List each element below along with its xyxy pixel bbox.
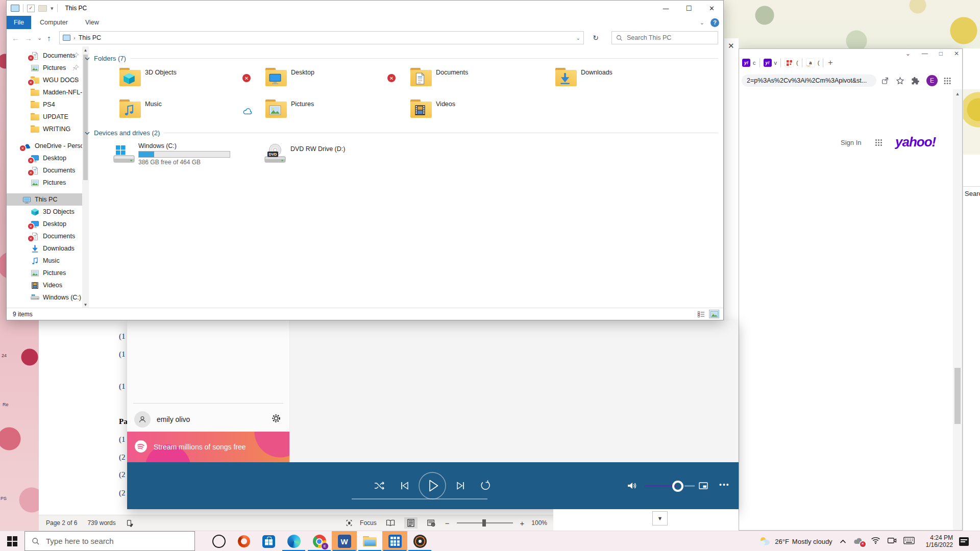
- help-button[interactable]: ?: [710, 18, 719, 27]
- miniplayer-icon[interactable]: [697, 479, 710, 492]
- next-button[interactable]: [453, 478, 469, 494]
- minimize-button[interactable]: —: [654, 1, 677, 16]
- sidebar-item-desktop[interactable]: ✕Desktop: [7, 218, 82, 230]
- action-center-icon[interactable]: [959, 537, 969, 546]
- new-folder-icon[interactable]: [38, 5, 47, 12]
- tile-documents[interactable]: Documents✕: [410, 68, 543, 94]
- browser-close-button[interactable]: ✕: [954, 50, 959, 57]
- tab-computer[interactable]: Computer: [31, 16, 77, 29]
- explorer-search-input[interactable]: Search This PC: [611, 31, 718, 44]
- previous-button[interactable]: [396, 478, 412, 494]
- sidebar-scrollbar[interactable]: ▲ ▼: [82, 46, 89, 308]
- sidebar-item-3d-objects[interactable]: 3D Objects: [7, 206, 82, 218]
- refresh-button[interactable]: ↻: [588, 31, 603, 44]
- zoom-slider[interactable]: [457, 522, 513, 523]
- tile-music[interactable]: Music: [119, 99, 252, 126]
- properties-check-icon[interactable]: ✓: [27, 5, 35, 12]
- sidebar-item-ps4[interactable]: PS4: [7, 98, 82, 111]
- focus-icon[interactable]: [346, 519, 353, 527]
- close-icon[interactable]: ✕: [728, 41, 734, 51]
- weather-condition[interactable]: Mostly cloudy: [792, 538, 832, 545]
- read-mode-button[interactable]: [384, 517, 397, 529]
- clock[interactable]: 4:24 PM 1/16/2022: [926, 534, 953, 548]
- back-button[interactable]: ←: [12, 34, 19, 42]
- web-layout-button[interactable]: [425, 517, 438, 529]
- seek-bar[interactable]: [352, 498, 487, 499]
- onedrive-error-icon[interactable]: ✕: [853, 537, 864, 546]
- browser-menu-chevron-icon[interactable]: ⌄: [905, 50, 911, 57]
- volume-slider[interactable]: [645, 485, 676, 487]
- qat-customize-icon[interactable]: ▾: [51, 5, 54, 12]
- tile-pictures[interactable]: Pictures: [265, 99, 398, 126]
- recent-locations-icon[interactable]: ⌄: [37, 35, 42, 41]
- browser-tab[interactable]: a(: [806, 58, 820, 67]
- meet-now-icon[interactable]: [887, 537, 897, 546]
- sidebar-item-update[interactable]: UPDATE: [7, 111, 82, 123]
- devices-group-header[interactable]: Devices and drives (2): [85, 129, 718, 137]
- start-button[interactable]: [0, 531, 24, 551]
- collapse-chevron-icon[interactable]: [85, 56, 90, 61]
- sidebar-item-madden-nfl-99[interactable]: Madden-NFL-99: [7, 86, 82, 98]
- scroll-up-icon[interactable]: ▲: [82, 46, 89, 54]
- bookmark-star-icon[interactable]: [896, 77, 904, 85]
- play-button[interactable]: [418, 471, 447, 500]
- scrollbar-thumb[interactable]: [83, 55, 88, 180]
- browser-maximize-button[interactable]: □: [939, 50, 943, 57]
- large-icons-view-button[interactable]: [709, 310, 719, 318]
- maximize-button[interactable]: ☐: [677, 1, 700, 16]
- address-bar[interactable]: 2=p%3As%2Cv%3Ai%2Cm%3Apivot&st...: [742, 74, 876, 87]
- close-button[interactable]: ✕: [700, 1, 723, 16]
- details-view-button[interactable]: [696, 310, 706, 318]
- chevron-down-button[interactable]: ▼: [652, 511, 668, 525]
- proofing-icon[interactable]: [126, 519, 134, 527]
- taskbar-app-calculator-app[interactable]: [382, 531, 407, 551]
- collapse-chevron-icon[interactable]: [85, 131, 90, 136]
- folders-group-header[interactable]: Folders (7): [85, 55, 718, 62]
- wifi-icon[interactable]: [871, 536, 880, 546]
- tab-file[interactable]: File: [7, 16, 31, 29]
- sidebar-item-this-pc[interactable]: This PC: [7, 193, 82, 206]
- browser-tab[interactable]: (: [785, 58, 798, 67]
- breadcrumb[interactable]: This PC: [79, 34, 101, 41]
- sidebar-item-pictures[interactable]: Pictures: [7, 62, 82, 74]
- page-indicator[interactable]: Page 2 of 6: [46, 519, 77, 527]
- sidebar-item-pictures[interactable]: Pictures: [7, 267, 82, 279]
- focus-label[interactable]: Focus: [360, 519, 377, 527]
- sidebar-item-onedrive-personal[interactable]: ✕OneDrive - Personal: [7, 140, 82, 152]
- zoom-out-button[interactable]: −: [445, 519, 450, 528]
- browser-scrollbar[interactable]: ▲: [953, 89, 962, 530]
- sidebar-item-desktop[interactable]: ✕Desktop: [7, 152, 82, 164]
- share-icon[interactable]: [881, 77, 889, 85]
- profile-avatar[interactable]: E: [926, 75, 938, 86]
- sign-in-link[interactable]: Sign In: [841, 139, 861, 146]
- tab-view[interactable]: View: [77, 16, 108, 29]
- zoom-in-button[interactable]: +: [520, 519, 525, 528]
- drive-dvd-label[interactable]: DVD RW Drive (D:): [290, 145, 345, 153]
- taskbar-search-input[interactable]: Type here to search: [24, 531, 195, 551]
- weather-temp[interactable]: 26°F: [775, 538, 789, 545]
- touch-keyboard-icon[interactable]: [903, 537, 915, 546]
- sidebar-item-pictures[interactable]: Pictures: [7, 177, 82, 189]
- sidebar-item-windows-c-[interactable]: Windows (C:): [7, 291, 82, 304]
- volume-slider-thumb[interactable]: [672, 481, 683, 492]
- scrollbar-thumb[interactable]: [954, 368, 961, 424]
- sidebar-item-wgu-docs[interactable]: ✕WGU DOCS: [7, 74, 82, 86]
- forward-button[interactable]: →: [24, 34, 32, 42]
- repeat-button[interactable]: [477, 478, 494, 494]
- extensions-puzzle-icon[interactable]: [911, 77, 920, 85]
- taskbar-app-file-explorer[interactable]: [357, 531, 382, 551]
- taskbar-app-cortana[interactable]: [206, 531, 231, 551]
- apps-grid-icon[interactable]: [875, 139, 882, 146]
- taskbar-app-edge[interactable]: [281, 531, 306, 551]
- volume-icon[interactable]: [624, 478, 640, 493]
- settings-gear-icon[interactable]: [271, 413, 281, 425]
- browser-tab[interactable]: y!c: [742, 59, 756, 67]
- taskbar-app-office[interactable]: [231, 531, 256, 551]
- spotify-ad-banner[interactable]: Stream millions of songs free: [127, 432, 289, 462]
- sidebar-item-music[interactable]: Music: [7, 255, 82, 267]
- address-dropdown-icon[interactable]: ⌄: [576, 35, 580, 41]
- zoom-slider-thumb[interactable]: [482, 519, 486, 527]
- word-count[interactable]: 739 words: [87, 519, 115, 527]
- scroll-down-icon[interactable]: ▼: [82, 301, 89, 308]
- print-layout-button[interactable]: [404, 517, 418, 529]
